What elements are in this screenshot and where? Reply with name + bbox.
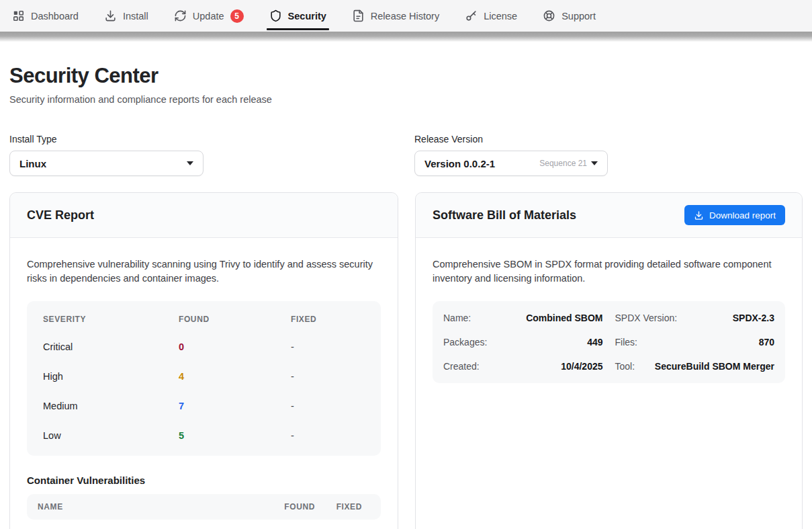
filters-row: Install Type Linux Release Version Versi… [9, 134, 803, 176]
sbom-packages-label: Packages: [443, 337, 487, 348]
chevron-down-icon [187, 161, 193, 165]
fixed-col-header: FIXED [291, 315, 365, 324]
nav-label: Install [123, 11, 148, 22]
fixed-col-header: FIXED [315, 502, 362, 512]
severity-table-header: SEVERITY FOUND FIXED [27, 307, 381, 332]
download-icon [694, 210, 704, 220]
found-count: 0 [179, 341, 291, 352]
nav-shadow-divider [0, 32, 812, 42]
shield-icon [269, 9, 282, 22]
release-version-label: Release Version [414, 134, 608, 145]
found-count: 5 [179, 430, 291, 441]
sbom-spdx-version-value: SPDX-2.3 [682, 313, 774, 323]
top-navigation: Dashboard Install Update 5 Security Rele… [0, 0, 812, 32]
severity-label: Critical [43, 341, 179, 352]
nav-item-license[interactable]: License [465, 0, 517, 32]
sbom-card-body: Comprehensive SBOM in SPDX format provid… [416, 238, 802, 383]
sequence-tag: Sequence 21 [539, 159, 587, 168]
table-row: High 4 - [27, 362, 381, 391]
sbom-card: Software Bill of Materials Download repo… [415, 192, 803, 529]
key-icon [465, 9, 478, 22]
release-version-value: Version 0.0.2-1 [424, 158, 495, 169]
nav-label: License [484, 11, 517, 22]
sbom-tool-value: SecureBuild SBOM Merger [640, 361, 774, 372]
download-icon [104, 9, 117, 22]
document-icon [352, 9, 365, 22]
cve-report-card: CVE Report Comprehensive vulnerability s… [9, 192, 398, 529]
severity-label: High [43, 371, 179, 382]
severity-col-header: SEVERITY [43, 315, 179, 324]
download-report-label: Download report [709, 210, 776, 220]
install-type-label: Install Type [9, 134, 204, 145]
sbom-files-label: Files: [615, 337, 637, 348]
container-vulnerabilities-title: Container Vulnerabilities [27, 475, 381, 486]
nav-item-release-history[interactable]: Release History [352, 0, 439, 32]
cve-card-title: CVE Report [27, 208, 94, 222]
cve-card-body: Comprehensive vulnerability scanning usi… [10, 238, 398, 520]
fixed-count: - [291, 371, 365, 382]
nav-item-dashboard[interactable]: Dashboard [12, 0, 79, 32]
sbom-files-value: 870 [643, 337, 774, 348]
cve-description: Comprehensive vulnerability scanning usi… [27, 257, 381, 286]
fixed-count: - [291, 430, 365, 441]
sbom-name-label: Name: [443, 313, 471, 323]
dashboard-icon [12, 9, 25, 22]
severity-label: Low [43, 430, 179, 441]
nav-item-install[interactable]: Install [104, 0, 148, 32]
sbom-created-label: Created: [443, 361, 480, 372]
sbom-name-value: Combined SBOM [476, 313, 602, 323]
release-version-filter: Release Version Version 0.0.2-1 Sequence… [414, 134, 608, 176]
nav-label: Support [561, 11, 596, 22]
cards-row: CVE Report Comprehensive vulnerability s… [9, 192, 803, 529]
install-type-select[interactable]: Linux [9, 151, 204, 176]
chevron-down-icon [591, 161, 598, 165]
cve-card-header: CVE Report [10, 193, 398, 238]
table-row: Medium 7 - [27, 391, 381, 421]
page-title: Security Center [9, 64, 803, 88]
sbom-description: Comprehensive SBOM in SPDX format provid… [433, 257, 785, 286]
severity-label: Medium [43, 401, 179, 411]
sbom-card-title: Software Bill of Materials [433, 208, 576, 222]
found-col-header: FOUND [261, 502, 315, 512]
sbom-created-value: 10/4/2025 [485, 361, 603, 372]
found-col-header: FOUND [179, 315, 291, 324]
nav-label: Release History [371, 11, 439, 22]
found-count: 4 [179, 371, 291, 382]
fixed-count: - [291, 341, 365, 352]
page-subtitle: Security information and compliance repo… [9, 94, 803, 105]
name-col-header: NAME [38, 502, 261, 512]
lifebuoy-icon [543, 9, 555, 22]
page-content: Security Center Security information and… [0, 64, 812, 529]
nav-label: Security [288, 11, 326, 22]
nav-item-update[interactable]: Update 5 [174, 0, 244, 32]
container-table-header: NAME FOUND FIXED [27, 494, 381, 520]
sbom-info-table: Name: Combined SBOM SPDX Version: SPDX-2… [433, 301, 785, 383]
severity-table: SEVERITY FOUND FIXED Critical 0 - High 4… [27, 301, 381, 456]
sbom-card-header: Software Bill of Materials Download repo… [416, 193, 802, 238]
sbom-tool-label: Tool: [615, 361, 635, 372]
fixed-count: - [291, 401, 365, 411]
refresh-icon [174, 9, 187, 22]
nav-label: Dashboard [31, 11, 79, 22]
table-row: Critical 0 - [27, 332, 381, 362]
release-version-select[interactable]: Version 0.0.2-1 Sequence 21 [414, 151, 608, 176]
table-row: Name: Combined SBOM SPDX Version: SPDX-2… [433, 306, 785, 330]
found-count: 7 [179, 401, 291, 411]
update-count-badge: 5 [230, 9, 244, 23]
sbom-packages-value: 449 [492, 337, 602, 348]
nav-item-support[interactable]: Support [543, 0, 596, 32]
table-row: Created: 10/4/2025 Tool: SecureBuild SBO… [433, 354, 785, 378]
table-row: Packages: 449 Files: 870 [433, 330, 785, 354]
nav-item-security[interactable]: Security [269, 0, 326, 32]
sbom-spdx-version-label: SPDX Version: [615, 313, 678, 323]
table-row: Low 5 - [27, 421, 381, 450]
install-type-value: Linux [19, 158, 46, 169]
install-type-filter: Install Type Linux [9, 134, 204, 176]
download-report-button[interactable]: Download report [684, 205, 785, 225]
nav-label: Update [193, 11, 224, 22]
